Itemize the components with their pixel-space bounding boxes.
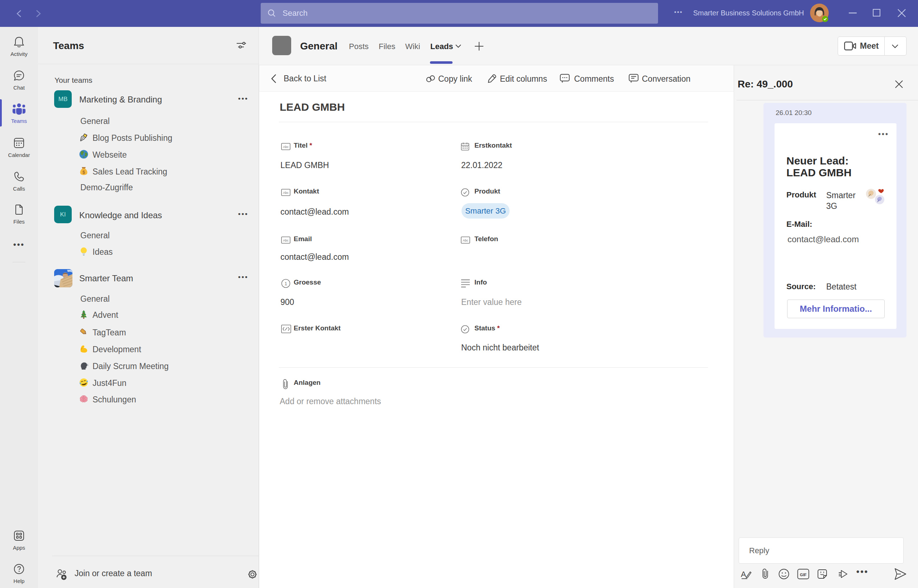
svg-text:Abc: Abc	[283, 191, 289, 195]
svg-text:GIF: GIF	[800, 573, 807, 577]
svg-text:$: $	[83, 170, 85, 175]
svg-text:1: 1	[284, 281, 287, 286]
svg-text:Abc: Abc	[283, 145, 289, 149]
svg-text:Abc: Abc	[283, 239, 289, 242]
svg-text:Abc: Abc	[463, 239, 468, 242]
svg-text:A: A	[741, 570, 746, 579]
